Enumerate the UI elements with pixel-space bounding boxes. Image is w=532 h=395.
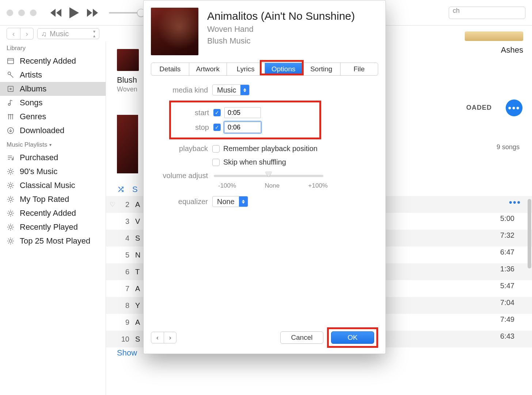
song-info-modal: Animalitos (Ain't No Sunshine) Woven Han…: [143, 0, 386, 354]
tab-details[interactable]: Details: [151, 63, 189, 75]
remember-label: Remember playback position: [223, 144, 318, 153]
equalizer-select[interactable]: None: [212, 196, 248, 207]
label-equalizer: equalizer: [157, 198, 212, 206]
tab-artwork[interactable]: Artwork: [189, 63, 227, 75]
modal-title: Animalitos (Ain't No Sunshine): [207, 10, 355, 22]
stop-input[interactable]: [224, 122, 261, 133]
modal-album: Blush Music: [207, 36, 355, 46]
label-volume: volume adjust: [157, 172, 212, 180]
modal-tabs: DetailsArtworkLyricsOptionsSortingFile: [151, 63, 378, 76]
modal-artwork: [151, 8, 198, 55]
stop-checkbox[interactable]: ✓: [213, 124, 221, 131]
annotation-box-ok: OK: [327, 327, 378, 348]
next-song-button[interactable]: ›: [164, 332, 176, 343]
annotation-box-startstop: start ✓ stop ✓: [169, 101, 321, 139]
volume-labels: -100% None +100%: [218, 182, 328, 189]
label-stop: stop: [174, 123, 213, 132]
modal-overlay: Animalitos (Ain't No Sunshine) Woven Han…: [0, 0, 532, 395]
skip-label: Skip when shuffling: [223, 158, 286, 166]
tab-options[interactable]: Options: [265, 63, 303, 75]
cancel-button[interactable]: Cancel: [280, 331, 323, 344]
modal-artist: Woven Hand: [207, 25, 355, 34]
prev-next-pager: ‹ ›: [151, 332, 176, 343]
chevron-updown-icon: [240, 84, 249, 95]
remember-checkbox[interactable]: [212, 145, 220, 153]
start-input[interactable]: [224, 107, 261, 118]
volume-adjust-slider[interactable]: [214, 175, 323, 177]
tab-sorting[interactable]: Sorting: [302, 63, 340, 75]
chevron-updown-icon: [239, 196, 248, 207]
skip-checkbox[interactable]: [212, 159, 220, 166]
label-start: start: [174, 109, 213, 117]
label-playback: playback: [157, 144, 212, 153]
tab-lyrics[interactable]: Lyrics: [227, 63, 265, 75]
label-media-kind: media kind: [157, 86, 212, 94]
start-checkbox[interactable]: ✓: [213, 109, 221, 116]
ok-button[interactable]: OK: [331, 331, 374, 344]
tab-file[interactable]: File: [340, 63, 378, 75]
media-kind-select[interactable]: Music: [212, 84, 250, 95]
prev-song-button[interactable]: ‹: [151, 332, 164, 343]
